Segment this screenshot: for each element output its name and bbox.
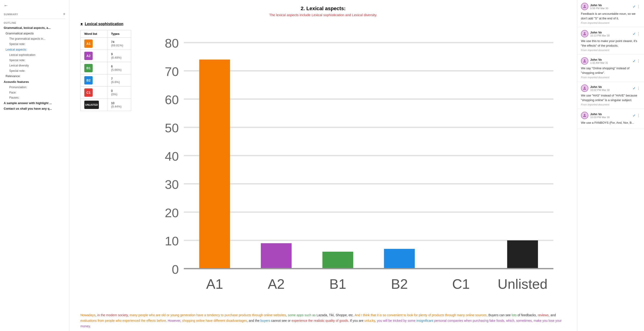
comment-time: 10:02 PM Mar 30: [590, 89, 610, 91]
sidebar-item-lexical-sophistication[interactable]: Lexical sophistication: [0, 52, 69, 58]
table-row: B1 6(5.66%): [80, 62, 131, 74]
comment-source: From imported document: [581, 21, 640, 24]
bar-label-Unlisted: Unlisted: [498, 276, 548, 292]
word-badge: A1: [84, 39, 93, 48]
right-panel: John Vo 9:58 PM Mar 30 ✓ ⋮ Feedback is a…: [577, 0, 644, 331]
sidebar-item-grammatical-lexical[interactable]: Grammatical, lexical aspects, a...: [0, 25, 69, 31]
value-cell: 0(0%): [107, 86, 131, 99]
comment-time: 9:58 PM Mar 30: [590, 7, 608, 10]
avatar: [581, 112, 588, 119]
sidebar-item-pauses[interactable]: Pauses:: [0, 95, 69, 100]
sidebar-item-relevance[interactable]: Relevance:: [0, 73, 69, 79]
check-icon[interactable]: ✓: [633, 86, 636, 90]
check-icon[interactable]: ✓: [633, 4, 636, 9]
text-segment: Nowadays: [80, 313, 96, 317]
comment-name: John Vo: [590, 31, 610, 34]
comment-source: From imported document: [581, 76, 640, 79]
bar-B1: [322, 252, 353, 269]
sidebar-item-special-note-3[interactable]: Special note:: [0, 68, 69, 74]
bar-label-B2: B2: [391, 276, 408, 292]
text-segment: evaluations from people who experienced …: [80, 319, 166, 323]
comment-user-info: John Vo 10:03 PM Mar 30: [581, 112, 610, 119]
comment-text: Feedback is an uncountable noun, so we d…: [581, 11, 640, 20]
svg-point-20: [584, 32, 586, 34]
svg-point-21: [584, 59, 586, 61]
comment-card: John Vo 9:58 PM Mar 30 ✓ ⋮ Feedback is a…: [577, 0, 644, 27]
comment-user-info: John Vo 10:02 PM Mar 30: [581, 84, 610, 92]
word-badge: B1: [84, 64, 93, 72]
svg-text:20: 20: [165, 206, 179, 220]
sidebar-item-special-note-1[interactable]: Special note:: [0, 41, 69, 47]
word-table-body: A1 74(69.81%) A2 9(8.49%) B1 6(5.66%) B2…: [80, 38, 131, 111]
more-icon[interactable]: ⋮: [636, 86, 640, 90]
comment-text: We use "HAS" instead of "HAVE" because "…: [581, 93, 640, 102]
bar-label-A1: A1: [206, 276, 223, 292]
badge-cell: UNLISTED: [80, 99, 108, 111]
comment-name: John Vo: [590, 112, 610, 116]
sidebar: ← SUMMARY + OUTLINE Grammatical, lexical…: [0, 0, 69, 331]
word-badge: C1: [84, 88, 93, 97]
sidebar-item-special-note-2[interactable]: Special note:: [0, 58, 69, 63]
comment-text: We use this to make your point clearer, …: [581, 39, 640, 48]
text-segment: buyers: [260, 319, 270, 323]
more-icon[interactable]: ⋮: [636, 113, 640, 118]
add-section-button[interactable]: +: [63, 12, 65, 17]
comment-card: John Vo 1:32 AM Mar 31 ✓ ⋮ We say "Onlin…: [577, 54, 644, 82]
bar-A1: [199, 59, 230, 269]
check-icon[interactable]: ✓: [633, 32, 636, 36]
bar-A2: [261, 243, 292, 269]
badge-cell: A1: [80, 38, 108, 50]
sidebar-item-grammatical-aspects[interactable]: Grammatical aspects: [0, 31, 69, 36]
summary-section: SUMMARY +: [0, 10, 69, 17]
text-segment: you will be tricked by some: [377, 319, 416, 323]
comment-name: John Vo: [590, 3, 608, 7]
outline-label: OUTLINE: [0, 20, 69, 25]
svg-text:30: 30: [165, 178, 179, 192]
comment-card: John Vo 10:02 PM Mar 30 ✓ ⋮ We use "HAS"…: [577, 82, 644, 109]
avatar: [581, 3, 588, 10]
word-badge: A2: [84, 52, 93, 60]
svg-text:10: 10: [165, 234, 179, 248]
value-cell: 9(8.49%): [107, 50, 131, 62]
comment-card: John Vo 10:03 PM Mar 30 ✓ ⋮ We use a FAN…: [577, 109, 644, 129]
sidebar-item-acoustic-features[interactable]: Acoustic features: [0, 79, 69, 85]
sidebar-item-grammatical-aspects-in[interactable]: The grammatical aspects in...: [0, 36, 69, 41]
bar-B2: [384, 249, 415, 269]
comment-header: John Vo 10:03 PM Mar 30 ✓ ⋮: [581, 112, 640, 119]
sidebar-item-lexical-aspects[interactable]: Lexical aspects:: [0, 47, 69, 52]
comment-user-info: John Vo 1:32 AM Mar 31: [581, 57, 608, 65]
sidebar-top: ←: [0, 3, 69, 10]
more-icon[interactable]: ⋮: [636, 4, 640, 9]
sidebar-item-pronunciation[interactable]: Pronunciation:: [0, 85, 69, 90]
more-icon[interactable]: ⋮: [636, 59, 640, 63]
comment-header: John Vo 10:13 PM Mar 30 ✓ ⋮: [581, 30, 640, 37]
value-cell: 6(5.66%): [107, 62, 131, 74]
avatar: [581, 57, 588, 65]
avatar: [581, 30, 588, 37]
section-subtitle: The lexical aspects include Lexical soph…: [80, 13, 566, 17]
comments-list: John Vo 9:58 PM Mar 30 ✓ ⋮ Feedback is a…: [577, 0, 644, 129]
outline-items: Grammatical, lexical aspects, a...Gramma…: [0, 25, 69, 111]
text-segment: in the modern society: [97, 313, 128, 317]
value-cell: 74(69.81%): [107, 38, 131, 50]
main-content: 2. Lexical aspects: The lexical aspects …: [69, 0, 577, 331]
sidebar-item-contact[interactable]: Contact us shall you have any q...: [0, 106, 69, 111]
table-row: B2 7(6.6%): [80, 74, 131, 86]
comment-text: We use a FANBOYS (For, And, Nor, B...: [581, 120, 640, 125]
sidebar-item-lexical-diversity[interactable]: Lexical diversity: [0, 63, 69, 68]
bar-Unlisted: [507, 240, 538, 269]
sidebar-item-pace[interactable]: Pace:: [0, 90, 69, 95]
comment-header: John Vo 10:02 PM Mar 30 ✓ ⋮: [581, 84, 640, 92]
more-icon[interactable]: ⋮: [636, 32, 640, 36]
sidebar-item-sample-answer[interactable]: A sample answer with highlight ...: [0, 100, 69, 106]
bullet-label: Lexical sophistication: [85, 22, 123, 26]
comment-actions: ✓ ⋮: [633, 86, 640, 90]
text-segment: And I think that it is so convenient to …: [354, 313, 419, 317]
comment-actions: ✓ ⋮: [633, 113, 640, 118]
check-icon[interactable]: ✓: [633, 59, 636, 63]
bar-chart-container: 01020304050607080A1A2B1B2C1Unlisted: [138, 30, 566, 307]
back-button[interactable]: ←: [4, 3, 10, 8]
check-icon[interactable]: ✓: [633, 113, 636, 118]
text-segment: reviews: [538, 313, 548, 317]
bar-label-C1: C1: [452, 276, 470, 292]
